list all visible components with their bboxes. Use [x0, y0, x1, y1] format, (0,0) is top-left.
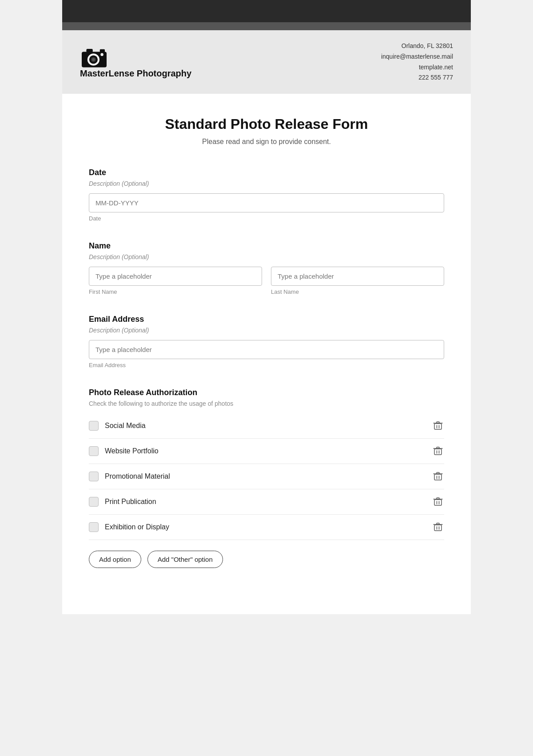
- delete-icon-website-portfolio[interactable]: [432, 445, 444, 457]
- checkbox-row-website-portfolio: Website Portfolio: [89, 439, 444, 464]
- checkbox-left-promotional-material: Promotional Material: [89, 472, 170, 481]
- photo-release-section: Photo Release Authorization Check the fo…: [89, 388, 444, 568]
- logo-area: MasterLense Photography: [80, 45, 191, 79]
- date-section: Date Description (Optional) Date: [89, 168, 444, 222]
- checkbox-social-media[interactable]: [89, 421, 99, 431]
- delete-icon-exhibition-display[interactable]: [432, 521, 444, 533]
- checkbox-row-print-publication: Print Publication: [89, 489, 444, 515]
- name-fields: First Name Last Name: [89, 267, 444, 295]
- date-hint: Date: [89, 215, 444, 222]
- checkbox-exhibition-display[interactable]: [89, 522, 99, 532]
- add-option-button[interactable]: Add option: [89, 551, 141, 568]
- checkbox-left-website-portfolio: Website Portfolio: [89, 446, 159, 456]
- checkbox-label-exhibition-display: Exhibition or Display: [105, 523, 169, 531]
- main-content: Standard Photo Release Form Please read …: [62, 94, 471, 614]
- contact-phone: 222 555 777: [381, 72, 453, 83]
- contact-address: Orlando, FL 32801: [381, 41, 453, 52]
- email-description: Description (Optional): [89, 327, 444, 334]
- svg-rect-4: [86, 49, 92, 52]
- checkbox-left-print-publication: Print Publication: [89, 497, 156, 507]
- delete-icon-social-media[interactable]: [432, 420, 444, 432]
- last-name-hint: Last Name: [271, 288, 444, 295]
- contact-info: Orlando, FL 32801 inquire@masterlense.ma…: [381, 41, 453, 83]
- form-title: Standard Photo Release Form: [89, 116, 444, 132]
- delete-icon-print-publication[interactable]: [432, 496, 444, 508]
- date-input[interactable]: [89, 193, 444, 212]
- name-label: Name: [89, 241, 444, 251]
- svg-rect-7: [100, 49, 105, 52]
- first-name-input[interactable]: [89, 267, 262, 286]
- delete-icon-promotional-material[interactable]: [432, 470, 444, 483]
- svg-rect-30: [437, 523, 439, 524]
- svg-rect-13: [434, 449, 442, 455]
- checkbox-left-social-media: Social Media: [89, 421, 146, 431]
- svg-point-6: [92, 58, 95, 61]
- sub-bar: [62, 22, 471, 30]
- first-name-group: First Name: [89, 267, 262, 295]
- checkbox-label-promotional-material: Promotional Material: [105, 472, 170, 480]
- checkbox-row-exhibition-display: Exhibition or Display: [89, 515, 444, 540]
- photo-release-label: Photo Release Authorization: [89, 388, 444, 397]
- email-hint: Email Address: [89, 362, 444, 368]
- email-input[interactable]: [89, 340, 444, 359]
- checkbox-website-portfolio[interactable]: [89, 446, 99, 456]
- date-label: Date: [89, 168, 444, 177]
- email-label: Email Address: [89, 315, 444, 324]
- contact-email: inquire@masterlense.mail: [381, 52, 453, 62]
- top-bar: [62, 0, 471, 22]
- email-section: Email Address Description (Optional) Ema…: [89, 315, 444, 368]
- checkbox-label-website-portfolio: Website Portfolio: [105, 447, 159, 455]
- checkbox-row-promotional-material: Promotional Material: [89, 464, 444, 489]
- svg-rect-20: [437, 472, 439, 474]
- last-name-group: Last Name: [271, 267, 444, 295]
- svg-rect-10: [437, 422, 439, 423]
- photo-release-description: Check the following to authorize the usa…: [89, 400, 444, 407]
- svg-rect-8: [434, 424, 442, 429]
- checkbox-label-print-publication: Print Publication: [105, 498, 156, 506]
- add-other-option-button[interactable]: Add "Other" option: [147, 551, 223, 568]
- checkbox-promotional-material[interactable]: [89, 472, 99, 481]
- svg-rect-23: [434, 500, 442, 505]
- checkbox-left-exhibition-display: Exhibition or Display: [89, 522, 169, 532]
- svg-rect-18: [434, 474, 442, 480]
- checkbox-label-social-media: Social Media: [105, 422, 146, 430]
- checkbox-list: Social Media: [89, 413, 444, 540]
- button-row: Add option Add "Other" option: [89, 551, 444, 568]
- svg-point-5: [100, 53, 103, 56]
- date-description: Description (Optional): [89, 180, 444, 187]
- svg-rect-25: [437, 498, 439, 499]
- form-subtitle: Please read and sign to provide consent.: [89, 138, 444, 146]
- logo-text: MasterLense Photography: [80, 68, 191, 79]
- name-description: Description (Optional): [89, 253, 444, 260]
- camera-icon: [80, 45, 108, 68]
- contact-website: template.net: [381, 62, 453, 73]
- svg-rect-28: [434, 525, 442, 531]
- checkbox-row-social-media: Social Media: [89, 413, 444, 439]
- name-section: Name Description (Optional) First Name L…: [89, 241, 444, 295]
- last-name-input[interactable]: [271, 267, 444, 286]
- first-name-hint: First Name: [89, 288, 262, 295]
- checkbox-print-publication[interactable]: [89, 497, 99, 507]
- header: MasterLense Photography Orlando, FL 3280…: [62, 30, 471, 94]
- svg-rect-15: [437, 447, 439, 448]
